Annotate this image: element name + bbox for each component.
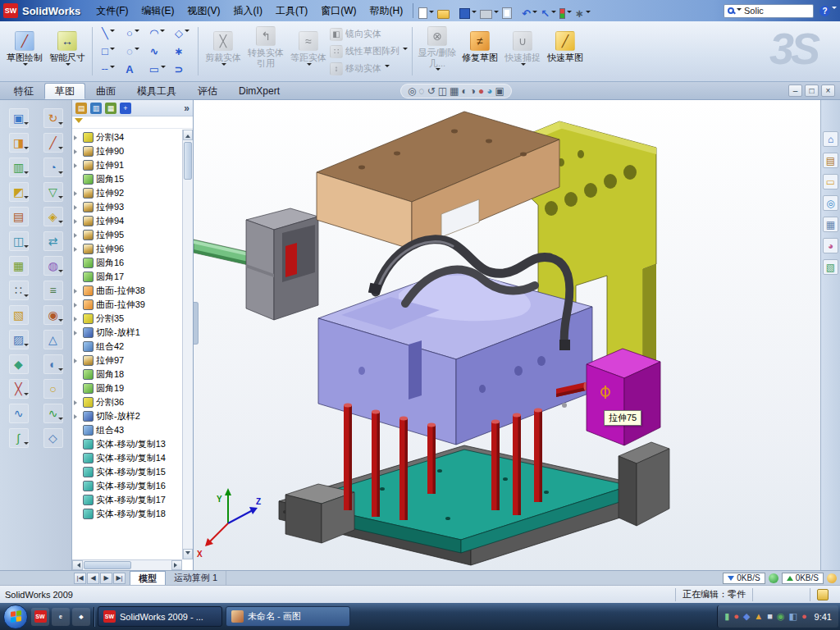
trim-flyout-icon[interactable]: △ (43, 330, 63, 349)
zoom-fit-icon[interactable]: ◎ (408, 86, 416, 96)
new-document-icon[interactable] (417, 2, 436, 19)
appearances-icon[interactable]: ◕ (823, 238, 838, 253)
expand-arrow-icon[interactable] (74, 163, 80, 168)
undo-icon[interactable]: ↶ (520, 2, 539, 19)
quick-launch-internet-icon[interactable]: e (52, 608, 70, 626)
view-settings-icon[interactable]: ▣ (495, 86, 504, 96)
tree-item[interactable]: 组合43 (74, 423, 181, 437)
scroll-left-icon[interactable] (72, 560, 83, 570)
menu-item[interactable]: 插入(I) (227, 1, 269, 21)
select-icon[interactable]: ↖ (539, 2, 558, 19)
expand-arrow-icon[interactable] (74, 414, 80, 419)
arc-tool-icon[interactable]: ◠ (145, 25, 170, 43)
quick-launch-desktop-icon[interactable]: ◆ (72, 608, 90, 626)
scrollbar-thumb[interactable] (184, 142, 192, 180)
taskbar-window-button[interactable]: SW SolidWorks 2009 - ... (98, 606, 222, 627)
net-tool-icon[interactable] (827, 573, 837, 583)
menu-item[interactable]: 窗口(W) (314, 1, 363, 21)
relations-flyout-icon[interactable]: ≡ (43, 281, 63, 300)
display-delete-relations-button[interactable]: 显示/删除几... (416, 24, 459, 79)
apply-scene-icon[interactable]: ◕ (486, 86, 492, 96)
viewport-canvas[interactable]: Y Z X (194, 100, 820, 570)
convert-entities-button[interactable]: 转换实体引用 (244, 24, 287, 79)
expand-arrow-icon[interactable] (74, 205, 80, 210)
tray-icon-4[interactable]: ▲ (754, 612, 763, 621)
open-icon[interactable] (436, 2, 458, 19)
tree-item[interactable]: 拉伸94 (74, 214, 181, 228)
reference-geometry-flyout-icon[interactable]: ▨ (9, 330, 29, 349)
expand-arrow-icon[interactable] (74, 400, 80, 405)
chevron-icon[interactable]: » (184, 103, 189, 114)
zoom-area-icon[interactable]: ◌ (418, 86, 424, 96)
featuremanager-tab-icon[interactable]: ▤ (75, 103, 87, 114)
centerline-tool-icon[interactable]: ╌ (96, 61, 121, 79)
design-library-icon[interactable]: ▤ (823, 153, 838, 168)
rebuild-icon[interactable] (558, 2, 573, 19)
tab-features[interactable]: 特征 (3, 83, 44, 99)
menu-item[interactable]: 编辑(E) (135, 1, 181, 21)
sketch-button[interactable]: 草图绘制 (3, 24, 46, 79)
expand-arrow-icon[interactable] (74, 149, 80, 154)
fillet-flyout-icon[interactable]: ▽ (43, 182, 63, 202)
menu-item[interactable]: 文件(F) (89, 1, 135, 21)
polygon-tool-icon[interactable]: ◇ (170, 25, 194, 43)
pattern-flyout-icon[interactable]: ∷ (9, 281, 29, 300)
file-explorer-icon[interactable]: ▭ (823, 174, 838, 189)
tree-item[interactable]: 圆角16 (74, 256, 181, 270)
net-status-icon[interactable] (769, 573, 778, 583)
close-document-button[interactable]: × (821, 84, 835, 97)
panel-splitter-handle[interactable] (194, 302, 199, 345)
tree-item[interactable]: 切除-放样1 (74, 326, 181, 340)
section-view-icon[interactable]: ◫ (438, 86, 447, 96)
sheet-metal-flyout-icon[interactable]: ▦ (9, 256, 29, 276)
helix-tool-icon[interactable]: ∫ (9, 428, 29, 448)
spline-tool-flyout-icon[interactable]: ∿ (9, 404, 29, 423)
tree-item[interactable]: 圆角19 (74, 381, 181, 395)
assembly-tool-icon[interactable]: ◨ (9, 133, 29, 153)
surfaces-flyout-icon[interactable]: ◫ (9, 231, 29, 251)
menu-item[interactable]: 帮助(H) (363, 1, 410, 21)
tray-icon-8[interactable]: ● (801, 612, 807, 621)
smart-dimension-button[interactable]: 智能尺寸 (46, 24, 89, 79)
expand-arrow-icon[interactable] (74, 289, 80, 294)
help-icon[interactable]: ? (819, 6, 830, 16)
circle-flyout-icon[interactable]: ○ (43, 379, 63, 399)
repair-sketch-button[interactable]: 修复草图 (459, 24, 501, 79)
download-speed-box[interactable]: 0KB/S (723, 573, 765, 584)
print-preview-icon[interactable] (500, 2, 520, 19)
expand-arrow-icon[interactable] (74, 358, 80, 363)
configurationmanager-tab-icon[interactable]: ▦ (105, 103, 116, 114)
filter-icon[interactable] (75, 118, 83, 127)
tree-item[interactable]: 分割34 (74, 130, 181, 144)
sketch-flyout-icon[interactable]: ◩ (9, 182, 29, 202)
tree-item[interactable]: 拉伸97 (74, 354, 181, 368)
tray-icon-1[interactable]: ▮ (724, 612, 729, 621)
quick-tips-icon[interactable] (817, 589, 829, 600)
trim-entities-button[interactable]: 剪裁实体 (202, 24, 244, 79)
tree-item[interactable]: 组合42 (74, 340, 181, 354)
tree-item[interactable]: 拉伸90 (74, 144, 181, 158)
quick-snaps-button[interactable]: 快速捕捉 (501, 24, 544, 79)
solidworks-resources-icon[interactable]: ⌂ (823, 131, 838, 147)
view-orientation-icon[interactable]: ▦ (450, 86, 459, 96)
quick-launch-solidworks-icon[interactable]: SW (31, 608, 49, 626)
tree-item[interactable]: 拉伸93 (74, 200, 181, 214)
curves-flyout-icon[interactable]: ◆ (9, 354, 29, 374)
search-input[interactable]: Solic (724, 4, 814, 18)
mirror-entities-button[interactable]: 镜向实体 (330, 28, 409, 41)
expand-arrow-icon[interactable] (74, 191, 80, 196)
tab-mold-tools[interactable]: 模具工具 (126, 83, 187, 99)
sketch-fillet-tool-icon[interactable]: ⊃ (170, 61, 194, 79)
rebuild-flyout-icon[interactable]: ↻ (43, 108, 63, 128)
tree-item[interactable]: 实体-移动/复制16 (74, 479, 181, 493)
options-icon[interactable]: ∗ (573, 2, 592, 19)
motion-study-tab[interactable]: 运动算例 1 (166, 571, 226, 585)
tree-item[interactable]: 拉伸96 (74, 242, 181, 256)
tab-dimxpert[interactable]: DimXpert (228, 83, 290, 99)
expand-arrow-icon[interactable] (74, 303, 80, 308)
minimize-document-button[interactable]: – (788, 84, 802, 97)
view-palette-icon[interactable]: ▦ (823, 217, 838, 232)
scroll-down-icon[interactable] (183, 549, 193, 559)
dimxpertmanager-tab-icon[interactable]: + (120, 103, 131, 114)
expand-arrow-icon[interactable] (74, 135, 80, 140)
